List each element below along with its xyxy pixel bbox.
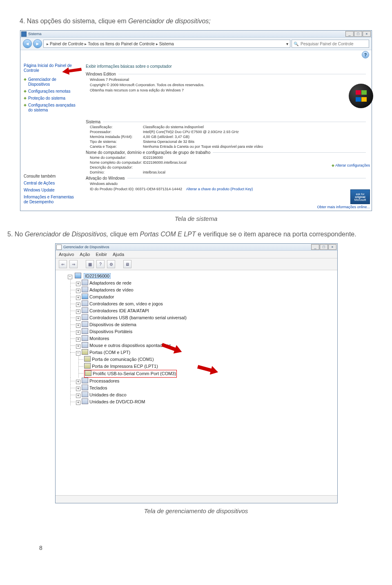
tree-item[interactable]: +Unidades de DVD/CD-ROM — [76, 398, 333, 405]
tree-item[interactable]: +Dispositivos Portáteis — [76, 328, 333, 335]
expand-icon[interactable]: + — [76, 323, 80, 328]
menu-help[interactable]: Ajuda — [113, 252, 124, 257]
menu-file[interactable]: Arquivo — [59, 252, 74, 257]
sidebar-item-device-manager[interactable]: ◆Gerenciador de Dispositivos — [24, 77, 77, 87]
more-info-link[interactable]: Obter mais informações online... — [317, 205, 370, 209]
display-adapter-icon — [82, 287, 88, 292]
caption-2: Tela de gerenciamento de dispositivos — [20, 507, 372, 514]
tree-item[interactable]: +Dispositivos de sistema — [76, 321, 333, 328]
toolbar-button-4[interactable]: 🖥 — [123, 260, 131, 268]
group-computer-name: Nome do computador, domínio e configuraç… — [86, 150, 366, 155]
value-rating[interactable]: Classificação do sistema indisponível — [143, 125, 204, 129]
sidebar-link-windows-update[interactable]: Windows Update — [24, 188, 77, 193]
change-settings-link[interactable]: ◆ Alterar configurações — [332, 163, 370, 168]
toolbar-help-icon[interactable]: ? — [96, 260, 105, 268]
menu-action[interactable]: Ação — [80, 252, 90, 257]
ide-controller-icon — [82, 307, 88, 313]
sidebar-item-remote-settings[interactable]: ◆Configurações remotas — [24, 89, 77, 94]
crumb-dropdown-icon[interactable]: ▾ — [286, 42, 288, 46]
maximize-button[interactable]: □ — [354, 31, 362, 37]
sidebar-see-also-header: Consulte também — [24, 174, 77, 178]
system-window: Sistema _ □ × ◄ ► ▸ Painel de Controle ▸… — [20, 30, 372, 211]
maximize-button[interactable]: □ — [320, 244, 328, 250]
tree-item[interactable]: +Unidades de disco — [76, 391, 333, 398]
toolbar-button-1[interactable]: ▦ — [86, 260, 94, 268]
group-activation: Ativação do Windows — [86, 176, 366, 180]
expand-icon[interactable]: + — [76, 296, 80, 300]
port-icon — [84, 356, 91, 362]
change-product-key-link[interactable]: Alterar a chave do produto (Product Key) — [186, 187, 253, 191]
tree-item[interactable]: +Mouse e outros dispositivos apontadores — [76, 342, 333, 349]
tree-root[interactable]: − ID22196000 +Adaptadores de rede +Adapt… — [68, 273, 333, 405]
label-ram: Memória instalada (RAM): — [90, 135, 143, 139]
toolbar-back-icon[interactable]: ⇐ — [59, 260, 67, 268]
tree-item[interactable]: Porta de comunicação (COM1) — [84, 356, 333, 363]
expand-icon[interactable]: + — [76, 316, 80, 321]
crumb-1[interactable]: Painel de Controle — [50, 42, 83, 46]
expand-icon[interactable]: + — [76, 380, 80, 384]
tree-item[interactable]: +Controladores IDE ATA/ATAPI — [76, 307, 333, 314]
close-button[interactable]: × — [363, 31, 371, 37]
system-icon — [21, 31, 27, 37]
expand-icon[interactable]: + — [76, 394, 80, 398]
close-button[interactable]: × — [328, 244, 336, 250]
expand-icon[interactable]: + — [76, 309, 80, 314]
instruction-5: 5. No Gerenciador de Dispositivos, cliqu… — [7, 229, 372, 239]
instruction-4: 4. Nas opções do sistema, clique em Gere… — [20, 16, 372, 26]
tree-item[interactable]: +Monitores — [76, 335, 333, 342]
sound-controller-icon — [82, 300, 88, 306]
tree-item[interactable]: +Processadores — [76, 378, 333, 385]
tree-item[interactable]: +Controladores USB (barramento serial un… — [76, 314, 333, 321]
root-label[interactable]: ID22196000 — [84, 273, 111, 279]
search-field[interactable]: 🔍 — [292, 40, 369, 48]
shield-icon: ◆ — [24, 89, 27, 93]
dm-title: Gerenciador de Dispositivos — [63, 245, 109, 249]
toolbar-forward-icon[interactable]: ⇒ — [69, 260, 78, 268]
tree-item-ports[interactable]: −Portas (COM e LPT) Porta de comunicação… — [76, 349, 333, 378]
collapse-icon[interactable]: − — [76, 351, 80, 356]
system-device-icon — [82, 321, 88, 327]
menu-view[interactable]: Exibir — [96, 252, 107, 257]
breadcrumb[interactable]: ▸ Painel de Controle ▸ Todos os Itens do… — [43, 40, 290, 48]
expand-icon[interactable]: + — [76, 282, 80, 286]
device-tree: − ID22196000 +Adaptadores de rede +Adapt… — [56, 270, 337, 495]
label-computer-name: Nome do computador: — [90, 156, 143, 160]
expand-icon[interactable]: + — [76, 330, 80, 335]
sidebar-item-advanced-settings[interactable]: ◆Configurações avançadas do sistema — [24, 103, 77, 113]
collapse-icon[interactable]: − — [68, 275, 72, 279]
expand-icon[interactable]: + — [76, 289, 80, 293]
caption-1: Tela de sistema — [20, 215, 372, 222]
activation-status: Windows ativado — [90, 182, 366, 186]
minimize-button[interactable]: _ — [311, 244, 319, 250]
sidebar-item-system-protection[interactable]: ◆Proteção do sistema — [24, 96, 77, 101]
tree-item[interactable]: +Adaptadores de vídeo — [76, 287, 333, 294]
expand-icon[interactable]: + — [76, 400, 80, 405]
tree-item[interactable]: +Adaptadores de rede — [76, 280, 333, 287]
sidebar-link-performance-tools[interactable]: Informações e Ferramentas de Desempenho — [24, 195, 77, 205]
expand-icon[interactable]: + — [76, 303, 80, 307]
help-icon[interactable]: ? — [362, 51, 369, 58]
sidebar-link-action-center[interactable]: Central de Ações — [24, 181, 77, 186]
group-system: Sistema — [86, 120, 366, 124]
minimize-button[interactable]: _ — [345, 31, 354, 37]
expand-icon[interactable]: + — [76, 344, 80, 349]
status-bar — [56, 495, 337, 503]
get-more-features-link[interactable]: Obtenha mais recursos com a nova edição … — [90, 88, 366, 92]
tree-item[interactable]: +Controladores de som, vídeo e jogos — [76, 300, 333, 307]
expand-icon[interactable]: + — [76, 337, 80, 342]
toolbar-button-3[interactable]: ⚙ — [107, 260, 115, 268]
expand-icon[interactable]: + — [76, 387, 80, 391]
search-input[interactable] — [300, 41, 367, 47]
crumb-3[interactable]: Sistema — [159, 42, 174, 46]
back-button[interactable]: ◄ — [23, 39, 32, 48]
crumb-2[interactable]: Todos os Itens do Painel de Controle — [88, 42, 154, 46]
shield-icon: ◆ — [332, 163, 335, 167]
tree-item[interactable]: +Computador — [76, 294, 333, 300]
label-domain: Domínio: — [90, 170, 143, 174]
computer-icon — [75, 273, 81, 278]
portable-device-icon — [82, 328, 88, 334]
processor-icon — [82, 378, 88, 383]
window-titlebar: Sistema _ □ × — [20, 31, 372, 38]
forward-button[interactable]: ► — [33, 39, 42, 48]
tree-item[interactable]: +Teclados — [76, 385, 333, 391]
